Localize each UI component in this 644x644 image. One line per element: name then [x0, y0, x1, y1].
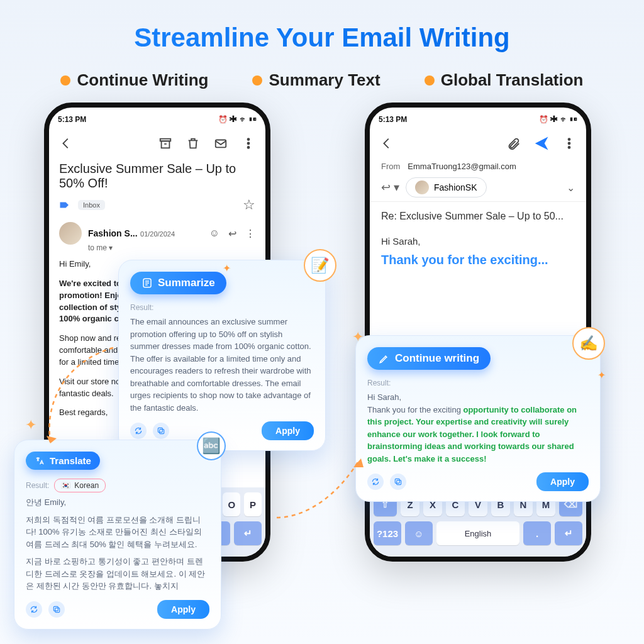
summarize-button[interactable]: Summarize — [130, 272, 226, 294]
key-dot[interactable]: . — [523, 521, 551, 545]
key-o[interactable]: O — [223, 492, 240, 516]
subject-row: Exclusive Summer Sale – Up to 50% Off! — [49, 159, 265, 197]
sender-name: Fashion S... — [88, 228, 138, 238]
sender-more-icon[interactable]: ⋮ — [245, 228, 255, 240]
reply-icon[interactable]: ↩ — [228, 228, 236, 240]
recipient-avatar-icon — [415, 180, 429, 194]
sparkle-icon: ✦ — [223, 262, 231, 274]
compose-body[interactable]: Hi Sarah, — [370, 231, 586, 252]
continue-button[interactable]: Continue writing — [367, 347, 491, 370]
from-row[interactable]: From EmmaTruong123@gmail.com — [370, 159, 586, 174]
translate-button[interactable]: Translate — [26, 452, 100, 470]
sender-date: 01/20/2024 — [140, 230, 175, 238]
summarize-card: Summarize 📝 Result: The email announces … — [118, 260, 326, 451]
connector-arrow-icon — [270, 455, 365, 524]
status-bar: 5:13 PM ⏰ ✱ ᯤ ▮◧ — [370, 111, 586, 128]
key-p[interactable]: P — [244, 492, 262, 516]
note-badge-icon: 📝 — [304, 249, 336, 282]
continue-card: Continue writing ✍️ Result: Hi Sarah, Th… — [355, 335, 601, 502]
ai-suggestion-line: Thank you for the exciting... — [370, 252, 586, 269]
mark-unread-button[interactable] — [211, 134, 230, 153]
writing-badge-icon: ✍️ — [572, 327, 605, 360]
pen-icon — [379, 353, 390, 364]
svg-rect-12 — [55, 608, 59, 612]
translate-badge-icon: 🔤 — [197, 431, 226, 460]
feature-bullets: Continue Writing Summary Text Global Tra… — [0, 70, 644, 90]
recipient-chip[interactable]: FashionSK — [406, 177, 486, 197]
delete-button[interactable] — [184, 134, 203, 153]
summarize-icon — [142, 277, 153, 289]
svg-rect-13 — [53, 606, 58, 611]
back-button[interactable] — [377, 134, 396, 153]
apply-button[interactable]: Apply — [157, 600, 209, 619]
apply-button[interactable]: Apply — [262, 421, 314, 440]
svg-point-5 — [248, 147, 250, 148]
more-button[interactable] — [560, 134, 579, 153]
result-label: Result: — [130, 303, 314, 312]
reply-subject[interactable]: Re: Exclusive Summer Sale – Up to 50... — [370, 201, 586, 231]
svg-rect-2 — [216, 140, 226, 148]
svg-point-3 — [248, 138, 250, 140]
key-enter[interactable]: ↵ — [234, 521, 262, 545]
translate-icon — [35, 456, 45, 466]
page-headline: Streamline Your Email Writing — [0, 0, 644, 53]
regenerate-button[interactable] — [130, 423, 147, 439]
status-time: 5:13 PM — [58, 115, 86, 124]
inbox-chip[interactable]: Inbox — [78, 200, 105, 210]
result-label: Result: — [367, 379, 589, 387]
copy-button[interactable] — [153, 423, 169, 439]
svg-point-6 — [569, 138, 570, 140]
bullet-dot-icon — [60, 75, 70, 86]
bullet-continue: Continue Writing — [60, 70, 208, 90]
email-subject: Exclusive Summer Sale – Up to 50% Off! — [59, 162, 255, 191]
bullet-summary: Summary Text — [252, 70, 380, 90]
bullet-dot-icon — [252, 75, 262, 86]
expand-recipients-icon[interactable]: ⌄ — [567, 182, 575, 194]
translate-card: Translate 🔤 Result: 🇰🇷 Korean 안녕 Emily, … — [14, 440, 221, 630]
mail-toolbar — [49, 128, 265, 159]
apply-button[interactable]: Apply — [536, 472, 589, 491]
from-label: From — [381, 162, 400, 171]
back-button[interactable] — [57, 134, 75, 153]
bullet-translate: Global Translation — [425, 70, 584, 90]
svg-rect-15 — [395, 479, 399, 483]
sender-avatar — [59, 222, 82, 245]
bullet-dot-icon — [425, 75, 435, 86]
more-button[interactable] — [239, 134, 258, 153]
sparkle-icon: ✦ — [597, 369, 606, 381]
svg-rect-14 — [396, 480, 401, 485]
status-icons: ⏰ ✱ ᯤ ▮◧ — [539, 115, 577, 124]
archive-button[interactable] — [156, 134, 175, 153]
bullet-label: Summary Text — [269, 70, 380, 90]
svg-rect-11 — [158, 428, 162, 432]
svg-point-7 — [569, 143, 570, 145]
sparkle-icon: ✦ — [25, 417, 36, 433]
send-button[interactable] — [532, 134, 551, 153]
key-space[interactable]: English — [436, 521, 519, 545]
to-row[interactable]: ↩ ▾ FashionSK ⌄ — [370, 174, 586, 201]
from-value: EmmaTruong123@gmail.com — [408, 162, 516, 171]
copy-button[interactable] — [390, 474, 406, 490]
star-button[interactable]: ☆ — [243, 197, 255, 213]
attach-button[interactable] — [504, 134, 523, 153]
key-enter[interactable]: ↵ — [555, 521, 582, 545]
status-bar: 5:13 PM ⏰ ✱ ᯤ ▮◧ — [49, 111, 265, 128]
translate-result: 안녕 Emily, 저희의 독점적인 여름 프로모션을 소개해 드립니다! 10… — [26, 496, 209, 592]
copy-button[interactable] — [48, 601, 65, 618]
key-num[interactable]: ?123 — [374, 521, 401, 545]
language-chip[interactable]: 🇰🇷 Korean — [54, 479, 106, 492]
svg-rect-10 — [159, 430, 164, 434]
status-time: 5:13 PM — [379, 115, 407, 124]
svg-point-4 — [248, 143, 250, 145]
result-label: Result: — [26, 481, 49, 490]
label-arrow-icon — [59, 199, 70, 211]
svg-point-8 — [569, 147, 570, 148]
regenerate-button[interactable] — [367, 474, 384, 490]
regenerate-button[interactable] — [26, 601, 42, 618]
key-emoji[interactable]: ☺ — [405, 521, 433, 545]
summarize-result: The email announces an exclusive summer … — [130, 316, 314, 414]
bullet-label: Global Translation — [441, 70, 584, 90]
compose-toolbar — [370, 128, 586, 159]
react-icon[interactable]: ☺ — [209, 228, 219, 240]
to-me-dropdown[interactable]: to me ▾ — [49, 243, 265, 252]
